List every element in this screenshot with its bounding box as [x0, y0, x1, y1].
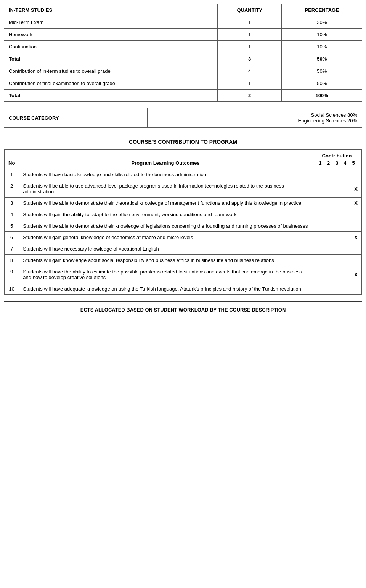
contrib-no: 2	[5, 180, 19, 198]
in-term-percentage: 100%	[282, 90, 362, 102]
table-row: Homework 1 10%	[4, 29, 362, 41]
contrib-numbers: 1 2 3 4 5	[316, 160, 358, 166]
ects-section: ECTS ALLOCATED BASED ON STUDENT WORKLOAD…	[4, 301, 362, 318]
contrib-mark	[312, 243, 362, 255]
table-row: 10 Students will have adequate knowledge…	[5, 283, 362, 295]
in-term-quantity: 1	[217, 16, 281, 29]
contribution-title: COURSE'S CONTRIBUTION TO PROGRAM	[4, 134, 362, 150]
in-term-quantity: 1	[217, 29, 281, 41]
contrib-mark: X	[312, 266, 362, 283]
contrib-no: 4	[5, 209, 19, 220]
in-term-label: Contribution of final examination to ove…	[4, 77, 218, 90]
in-term-label: Mid-Term Exam	[4, 16, 218, 29]
contrib-mark	[312, 209, 362, 220]
contrib-outcome: Students will have basic knowledge and s…	[19, 169, 312, 180]
contrib-no: 1	[5, 169, 19, 180]
table-row: Contribution of in-term studies to overa…	[4, 65, 362, 77]
contrib-mark	[312, 169, 362, 180]
in-term-percentage: 50%	[282, 65, 362, 77]
in-term-percentage: 50%	[282, 53, 362, 65]
in-term-label: Total	[4, 90, 218, 102]
in-term-col1-header: IN-TERM STUDIES	[4, 4, 218, 16]
in-term-label: Contribution of in-term studies to overa…	[4, 65, 218, 77]
in-term-percentage: 10%	[282, 41, 362, 53]
contrib-mark	[312, 283, 362, 295]
table-row: Contribution of final examination to ove…	[4, 77, 362, 90]
contrib-no: 10	[5, 283, 19, 295]
in-term-table: IN-TERM STUDIES QUANTITY PERCENTAGE Mid-…	[4, 4, 362, 102]
table-row: 2 Students will be able to use advanced …	[5, 180, 362, 198]
course-category-line2: Engineering Sciences 20%	[298, 118, 357, 124]
table-row: 4 Students will gain the ability to adap…	[5, 209, 362, 220]
contrib-mark	[312, 255, 362, 266]
table-row: 9 Students will have the ability to esti…	[5, 266, 362, 283]
course-category-line1: Social Sciences 80%	[311, 112, 357, 118]
course-category-value: Social Sciences 80% Engineering Sciences…	[147, 108, 362, 128]
in-term-quantity: 1	[217, 77, 281, 90]
contrib-mark: X	[312, 232, 362, 243]
contrib-no: 8	[5, 255, 19, 266]
contrib-outcome: Students will have necessary knowledge o…	[19, 243, 312, 255]
table-row: Total 2 100%	[4, 90, 362, 102]
table-row: 7 Students will have necessary knowledge…	[5, 243, 362, 255]
table-row: Continuation 1 10%	[4, 41, 362, 53]
contrib-outcome: Students will be able to demonstrate the…	[19, 198, 312, 209]
contrib-outcome: Students will have the ability to estima…	[19, 266, 312, 283]
in-term-label: Total	[4, 53, 218, 65]
table-row: 1 Students will have basic knowledge and…	[5, 169, 362, 180]
table-row: 3 Students will be able to demonstrate t…	[5, 198, 362, 209]
contrib-outcome: Students will gain the ability to adapt …	[19, 209, 312, 220]
contrib-no: 7	[5, 243, 19, 255]
table-row: Total 3 50%	[4, 53, 362, 65]
table-row: Mid-Term Exam 1 30%	[4, 16, 362, 29]
in-term-quantity: 4	[217, 65, 281, 77]
col-contrib-header: Contribution 1 2 3 4 5	[312, 150, 362, 169]
in-term-label: Homework	[4, 29, 218, 41]
course-category-table: COURSE CATEGORY Social Sciences 80% Engi…	[4, 108, 362, 128]
contrib-no: 9	[5, 266, 19, 283]
col-no-header: No	[5, 150, 19, 169]
contrib-no: 6	[5, 232, 19, 243]
course-category-label: COURSE CATEGORY	[4, 108, 148, 128]
table-row: 5 Students will be able to demonstrate t…	[5, 220, 362, 232]
contrib-no: 5	[5, 220, 19, 232]
contrib-outcome: Students will be able to demonstrate the…	[19, 220, 312, 232]
contrib-label: Contribution	[316, 153, 358, 159]
table-row: 8 Students will gain knowledge about soc…	[5, 255, 362, 266]
in-term-quantity: 3	[217, 53, 281, 65]
contrib-mark: X	[312, 198, 362, 209]
in-term-percentage: 50%	[282, 77, 362, 90]
contrib-mark: X	[312, 180, 362, 198]
in-term-percentage: 10%	[282, 29, 362, 41]
contrib-outcome: Students will gain knowledge about socia…	[19, 255, 312, 266]
in-term-percentage: 30%	[282, 16, 362, 29]
contrib-mark	[312, 220, 362, 232]
contribution-section: COURSE'S CONTRIBUTION TO PROGRAM No Prog…	[4, 134, 362, 295]
contribution-table: No Program Learning Outcomes Contributio…	[4, 150, 362, 295]
in-term-col2-header: QUANTITY	[217, 4, 281, 16]
contrib-no: 3	[5, 198, 19, 209]
in-term-quantity: 1	[217, 41, 281, 53]
contrib-outcome: Students will have adequate knowledge on…	[19, 283, 312, 295]
in-term-col3-header: PERCENTAGE	[282, 4, 362, 16]
col-outcome-header: Program Learning Outcomes	[19, 150, 312, 169]
in-term-label: Continuation	[4, 41, 218, 53]
ects-title: ECTS ALLOCATED BASED ON STUDENT WORKLOAD…	[9, 307, 357, 313]
contrib-outcome: Students will gain general knowledge of …	[19, 232, 312, 243]
in-term-quantity: 2	[217, 90, 281, 102]
table-row: 6 Students will gain general knowledge o…	[5, 232, 362, 243]
contrib-outcome: Students will be able to use advanced le…	[19, 180, 312, 198]
